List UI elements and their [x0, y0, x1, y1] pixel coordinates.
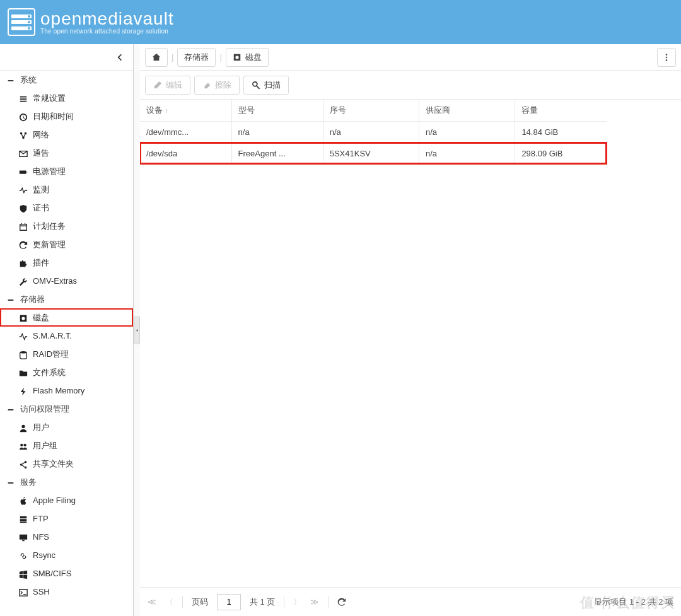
brand-subtitle: The open network attached storage soluti…	[40, 28, 174, 35]
nav-tree[interactable]: 系统常规设置日期和时间网络通告电源管理监测证书计划任务更新管理插件OMV-Ext…	[0, 71, 133, 616]
eraser-icon	[202, 81, 211, 90]
heartbeat-icon	[18, 184, 29, 194]
puzzle-icon	[18, 257, 29, 267]
nav-item[interactable]: SMB/CIFS	[0, 564, 133, 583]
svg-point-7	[666, 54, 668, 55]
pager-refresh-button[interactable]	[337, 597, 346, 607]
pager-page-input[interactable]	[217, 594, 241, 610]
nav-item[interactable]: 监测	[0, 180, 133, 199]
col-model[interactable]: 型号	[231, 100, 323, 121]
nav-item[interactable]: Apple Filing	[0, 491, 133, 509]
pager-next-button[interactable]: 〉	[293, 596, 301, 608]
nav-item[interactable]: 更新管理	[0, 235, 133, 253]
cell-serial: n/a	[323, 121, 419, 142]
table-row[interactable]: /dev/sdaFreeAgent ...5SX41KSVn/a298.09 G…	[140, 142, 607, 164]
splitter[interactable]: ◂	[134, 44, 140, 616]
brand-title: openmediavault	[40, 10, 174, 28]
logo-icon	[8, 8, 35, 36]
table-row[interactable]: /dev/mmc...n/an/an/a14.84 GiB	[140, 121, 607, 142]
nav-item-label: FTP	[33, 514, 49, 523]
folder-icon	[18, 367, 29, 377]
apple-icon	[18, 495, 29, 505]
nav-item[interactable]: OMV-Extras	[0, 272, 133, 290]
nav-section[interactable]: 系统	[0, 71, 133, 89]
logo-text: openmediavault The open network attached…	[40, 10, 174, 35]
breadcrumb-home[interactable]	[145, 48, 168, 67]
nav-item[interactable]: 用户组	[0, 436, 133, 455]
breadcrumb-menu-button[interactable]	[657, 48, 676, 67]
nav-section-label: 系统	[20, 74, 37, 86]
pager-prev-button[interactable]: 〈	[165, 596, 173, 608]
col-vendor[interactable]: 供应商	[419, 100, 515, 121]
nav-item[interactable]: SSH	[0, 583, 133, 601]
nav-item[interactable]: 网络	[0, 125, 133, 144]
shield-icon	[18, 202, 29, 212]
nav-item-label: 通告	[33, 148, 49, 159]
cell-serial: 5SX41KSV	[323, 142, 419, 164]
breadcrumb-separator: |	[219, 52, 221, 62]
col-device[interactable]: 设备↑	[140, 100, 231, 121]
nav-item[interactable]: 通告	[0, 144, 133, 162]
disk-table: 设备↑ 型号 序号 供应商 容量 /dev/mmc...n/an/an/a14.…	[140, 100, 681, 587]
nav-item-label: 用户	[33, 422, 49, 433]
nav-item-label: 监测	[33, 184, 49, 195]
col-serial[interactable]: 序号	[323, 100, 419, 121]
nav-item[interactable]: RAID管理	[0, 345, 133, 363]
nav-item[interactable]: 用户	[0, 418, 133, 436]
sidebar-collapse-button[interactable]	[0, 44, 133, 71]
nav-item[interactable]: Rsync	[0, 546, 133, 564]
nav-item[interactable]: NFS	[0, 528, 133, 546]
nav-item[interactable]: 共享文件夹	[0, 455, 133, 473]
svg-point-5	[20, 463, 23, 466]
nav-item[interactable]: Flash Memory	[0, 381, 133, 400]
nav-item[interactable]: S.M.A.R.T.	[0, 327, 133, 345]
col-capacity[interactable]: 容量	[515, 100, 607, 121]
cell-device: /dev/mmc...	[140, 121, 231, 142]
nav-item[interactable]: 插件	[0, 253, 133, 272]
users-icon	[18, 440, 29, 450]
minus-icon	[5, 294, 16, 304]
nav-item[interactable]: 文件系统	[0, 363, 133, 381]
search-icon	[252, 81, 260, 90]
breadcrumb-disks[interactable]: 磁盘	[226, 48, 269, 67]
nav-item[interactable]: FTP	[0, 509, 133, 528]
svg-point-6	[25, 466, 27, 468]
sliders-icon	[18, 93, 29, 103]
svg-point-3	[20, 351, 27, 354]
clock-icon	[18, 111, 29, 121]
nav-section[interactable]: 存储器	[0, 290, 133, 308]
nav-item-label: S.M.A.R.T.	[33, 331, 72, 340]
svg-point-4	[25, 461, 27, 463]
scan-button[interactable]: 扫描	[243, 76, 289, 95]
nav-item-label: RAID管理	[33, 349, 69, 360]
user-icon	[18, 422, 29, 432]
nav-section[interactable]: 服务	[0, 473, 133, 491]
pager-page-label: 页码	[192, 596, 208, 608]
toolbar: 编辑 擦除 扫描	[140, 71, 681, 100]
home-icon	[152, 53, 161, 62]
wipe-button[interactable]: 擦除	[194, 76, 240, 95]
splitter-handle-icon[interactable]: ◂	[134, 317, 140, 344]
nav-item[interactable]: 日期和时间	[0, 107, 133, 125]
nav-item[interactable]: 磁盘	[0, 308, 133, 327]
nav-item-label: 证书	[33, 202, 49, 214]
nav-item[interactable]: 计划任务	[0, 217, 133, 235]
pager-first-button[interactable]: ≪	[148, 597, 156, 607]
cell-model: FreeAgent ...	[231, 142, 323, 164]
nav-section[interactable]: 访问权限管理	[0, 400, 133, 418]
breadcrumb-storage[interactable]: 存储器	[177, 48, 216, 67]
nav-section-label: 存储器	[20, 294, 45, 305]
sort-asc-icon: ↑	[165, 107, 168, 114]
edit-button[interactable]: 编辑	[145, 76, 190, 95]
nav-item-label: 文件系统	[33, 367, 66, 378]
nav-item[interactable]: 证书	[0, 199, 133, 217]
pager-total-label: 共 1 页	[250, 596, 275, 608]
nav-item[interactable]: 常规设置	[0, 89, 133, 107]
envelope-icon	[18, 148, 29, 158]
nav-item[interactable]: 电源管理	[0, 162, 133, 180]
cell-vendor: n/a	[419, 142, 515, 164]
pager-last-button[interactable]: ≫	[310, 597, 319, 607]
calendar-icon	[18, 221, 29, 231]
nav-item-label: 磁盘	[33, 312, 49, 323]
wrench-icon	[18, 276, 29, 286]
